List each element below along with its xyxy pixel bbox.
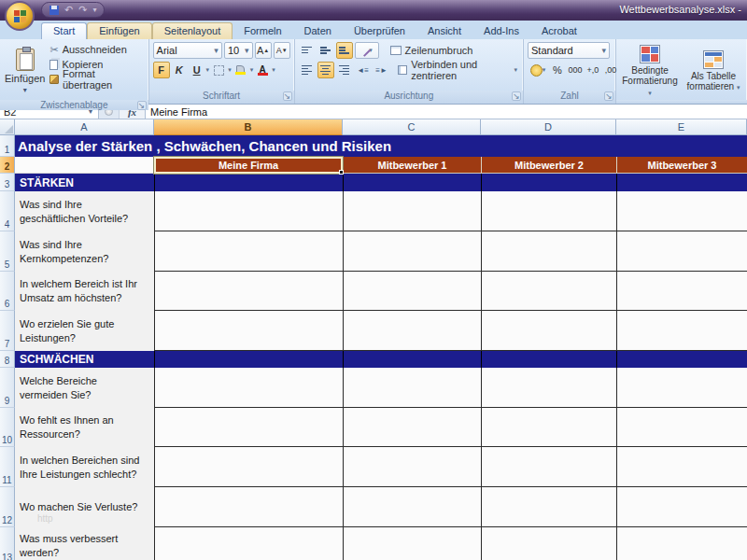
- cell-a1-title[interactable]: Analyse der Stärken , Schwächen, Chancen…: [15, 135, 747, 157]
- redo-icon[interactable]: ↷: [78, 5, 87, 15]
- cell-b2-selected[interactable]: Meine Firma: [154, 157, 343, 174]
- align-top-button[interactable]: [299, 42, 316, 59]
- cell-a11-question[interactable]: In welchen Bereichen sind Ihre Leistunge…: [15, 447, 154, 487]
- increase-decimal-button[interactable]: +,0: [585, 62, 601, 78]
- cell-b13[interactable]: [154, 527, 343, 560]
- save-icon[interactable]: [49, 6, 59, 15]
- cell-b4[interactable]: [154, 191, 343, 231]
- row-header-13[interactable]: 13: [0, 527, 15, 560]
- cell-c7[interactable]: [343, 311, 481, 351]
- cell-e9[interactable]: [616, 368, 747, 408]
- cell-c10[interactable]: [343, 408, 481, 447]
- cell-c5[interactable]: [343, 231, 481, 272]
- cell-d2[interactable]: Mitbewerber 2: [481, 157, 616, 174]
- cell-e10[interactable]: [616, 408, 747, 447]
- fill-color-dropdown-icon[interactable]: ▾: [250, 66, 254, 74]
- office-button[interactable]: [5, 1, 35, 31]
- format-as-table-button[interactable]: Als Tabelleformatieren ▾: [684, 42, 743, 100]
- cell-e12[interactable]: [616, 487, 747, 527]
- cell-a4-question[interactable]: Was sind Ihre geschäftlichen Vorteile?: [15, 191, 154, 231]
- paste-button[interactable]: Einfügen ▾: [4, 42, 46, 100]
- decrease-indent-button[interactable]: ◄≡: [355, 62, 372, 78]
- cell-e3[interactable]: [616, 174, 747, 191]
- cell-b5[interactable]: [154, 231, 343, 272]
- cell-b11[interactable]: [154, 447, 343, 487]
- tab-daten[interactable]: Daten: [293, 23, 343, 39]
- cell-c9[interactable]: [343, 368, 481, 408]
- shrink-font-button[interactable]: A▼: [274, 42, 290, 59]
- cell-c4[interactable]: [343, 191, 481, 231]
- borders-button[interactable]: [210, 62, 227, 78]
- underline-dropdown-icon[interactable]: ▾: [206, 66, 210, 74]
- column-header-c[interactable]: C: [343, 119, 481, 135]
- tab-seitenlayout[interactable]: Seitenlayout: [152, 22, 233, 39]
- tab-addins[interactable]: Add-Ins: [472, 23, 530, 39]
- borders-dropdown-icon[interactable]: ▾: [228, 66, 232, 74]
- conditional-formatting-button[interactable]: BedingteFormatierung ▾: [620, 42, 680, 100]
- cell-a10-question[interactable]: Wo fehlt es Ihnen an Ressourcen?: [15, 408, 154, 447]
- format-painter-button[interactable]: Format übertragen: [48, 72, 144, 87]
- cell-a5-question[interactable]: Was sind Ihre Kernkompetenzen?: [15, 231, 154, 272]
- cell-a12-question[interactable]: Wo machen Sie Verluste? http: [15, 487, 154, 527]
- formula-input[interactable]: Meine Firma: [146, 105, 747, 119]
- cell-a13-question[interactable]: Was muss verbessert werden?: [15, 527, 154, 560]
- tab-ansicht[interactable]: Ansicht: [416, 23, 472, 39]
- cell-b3[interactable]: [154, 174, 343, 191]
- cell-b6[interactable]: [154, 272, 343, 311]
- column-header-d[interactable]: D: [481, 119, 616, 135]
- wrap-text-button[interactable]: Zeilenumbruch: [388, 43, 475, 58]
- row-header-8[interactable]: 8: [0, 351, 15, 368]
- cut-button[interactable]: ✂ Ausschneiden: [48, 42, 144, 57]
- cell-d5[interactable]: [481, 231, 616, 272]
- align-center-button[interactable]: [317, 62, 334, 78]
- font-family-combo[interactable]: Arial ▾: [153, 42, 222, 59]
- font-color-button[interactable]: A: [254, 62, 271, 78]
- cell-c13[interactable]: [343, 527, 481, 560]
- font-dialog-launcher-icon[interactable]: ↘: [283, 91, 292, 101]
- row-header-5[interactable]: 5: [0, 231, 15, 272]
- cell-e13[interactable]: [616, 527, 747, 560]
- merge-center-button[interactable]: Verbinden und zentrieren ▾: [396, 63, 519, 77]
- qat-customize-icon[interactable]: ▾: [92, 5, 96, 15]
- cell-d12[interactable]: [481, 487, 616, 527]
- row-header-11[interactable]: 11: [0, 447, 15, 487]
- row-header-10[interactable]: 10: [0, 408, 15, 447]
- cell-e6[interactable]: [616, 272, 747, 311]
- cell-d8[interactable]: [481, 351, 616, 368]
- cell-b12[interactable]: [154, 487, 343, 527]
- row-header-6[interactable]: 6: [0, 272, 15, 311]
- cell-d11[interactable]: [481, 447, 616, 487]
- cell-a7-question[interactable]: Wo erzielen Sie gute Leistungen?: [15, 311, 154, 351]
- font-color-dropdown-icon[interactable]: ▾: [272, 66, 275, 74]
- align-right-button[interactable]: [336, 62, 353, 78]
- column-header-e[interactable]: E: [616, 119, 747, 135]
- row-header-9[interactable]: 9: [0, 368, 15, 408]
- tab-formeln[interactable]: Formeln: [233, 23, 292, 39]
- cell-d10[interactable]: [481, 408, 616, 447]
- underline-button[interactable]: U: [189, 62, 205, 78]
- cell-d3[interactable]: [481, 174, 616, 191]
- tab-einfuegen[interactable]: Einfügen: [87, 22, 151, 39]
- paste-dropdown-icon[interactable]: ▾: [23, 86, 27, 94]
- cell-a8-heading[interactable]: SCHWÄCHEN: [15, 351, 154, 368]
- cell-c3[interactable]: [343, 174, 481, 191]
- align-bottom-button[interactable]: [336, 42, 353, 59]
- cell-e4[interactable]: [616, 191, 747, 231]
- cell-a3-heading[interactable]: STÄRKEN: [15, 174, 154, 191]
- orientation-button[interactable]: ▾: [355, 42, 379, 59]
- cell-e11[interactable]: [616, 447, 747, 487]
- cell-a6-question[interactable]: In welchem Bereich ist Ihr Umsatz am höc…: [15, 272, 154, 311]
- font-size-combo[interactable]: 10 ▾: [224, 42, 253, 59]
- row-header-3[interactable]: 3: [0, 174, 15, 191]
- cell-a9-question[interactable]: Welche Bereiche vermeiden Sie?: [15, 368, 154, 408]
- cell-c2[interactable]: Mitbewerber 1: [343, 157, 481, 174]
- column-header-b[interactable]: B: [154, 119, 343, 135]
- row-header-1[interactable]: 1: [0, 135, 15, 157]
- increase-indent-button[interactable]: ≡►: [374, 62, 390, 78]
- tab-acrobat[interactable]: Acrobat: [530, 23, 588, 39]
- accounting-format-button[interactable]: ▾: [528, 62, 548, 78]
- row-header-2[interactable]: 2: [0, 157, 15, 174]
- alignment-dialog-launcher-icon[interactable]: ↘: [512, 91, 521, 101]
- cell-c11[interactable]: [343, 447, 481, 487]
- select-all-button[interactable]: [0, 119, 15, 135]
